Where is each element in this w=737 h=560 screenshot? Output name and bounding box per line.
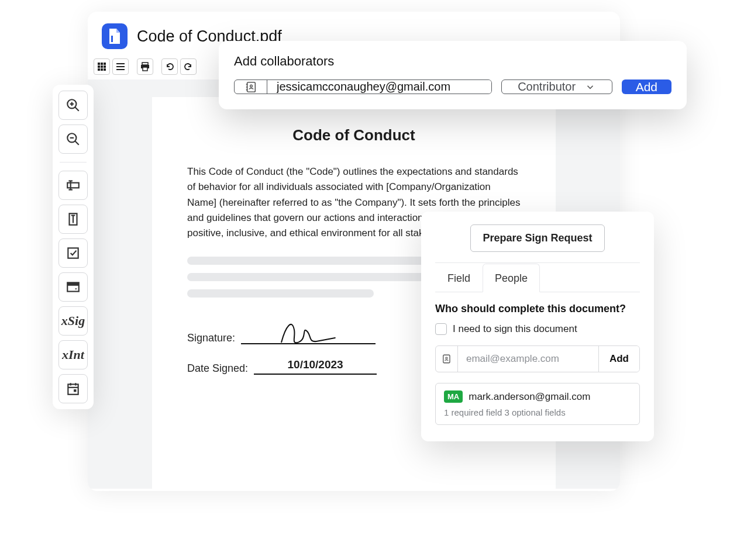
signature-tool-label: xSig <box>61 313 85 329</box>
print-button[interactable] <box>137 58 153 75</box>
signature-scribble-icon <box>276 315 340 348</box>
svg-rect-23 <box>67 183 79 188</box>
document-logo-icon <box>108 27 122 45</box>
svg-rect-6 <box>104 65 106 68</box>
address-book-icon <box>244 81 257 94</box>
checkbox-icon <box>66 246 81 261</box>
svg-rect-11 <box>116 66 125 67</box>
undo-button[interactable] <box>161 58 178 75</box>
redo-icon <box>184 62 193 71</box>
self-sign-row: I need to sign this document <box>435 323 640 335</box>
zoom-out-icon <box>66 132 81 147</box>
signature-tool[interactable]: xSig <box>58 306 88 336</box>
dropdown-tool[interactable] <box>58 272 88 302</box>
date-signed-label: Date Signed: <box>187 362 248 375</box>
text-field-icon <box>66 178 81 193</box>
outline-view-button[interactable] <box>112 58 129 75</box>
address-book-icon <box>441 354 452 364</box>
app-logo <box>102 23 128 49</box>
chevron-down-icon <box>585 82 595 92</box>
zoom-out-button[interactable] <box>58 125 88 154</box>
grid-icon <box>97 62 106 71</box>
checkbox-tool[interactable] <box>58 238 88 268</box>
svg-rect-30 <box>68 248 78 258</box>
signature-line[interactable] <box>241 321 376 344</box>
svg-rect-2 <box>101 63 103 65</box>
svg-rect-33 <box>68 384 78 394</box>
signer-fields-summary: 1 required field 3 optional fields <box>444 407 631 417</box>
redo-button[interactable] <box>180 58 197 75</box>
add-collaborators-popover: Add collaborators Contributor Add <box>219 41 687 109</box>
date-signed-value[interactable]: 10/10/2023 <box>254 358 377 375</box>
collaborator-input-group <box>234 79 492 94</box>
svg-rect-15 <box>143 67 147 71</box>
initials-tool[interactable]: xInt <box>58 340 88 369</box>
tab-field[interactable]: Field <box>435 264 483 292</box>
svg-point-42 <box>250 85 252 87</box>
who-should-complete-title: Who should complete this document? <box>435 303 640 315</box>
page-heading: Code of Conduct <box>187 126 521 144</box>
printer-icon <box>140 62 150 71</box>
zoom-in-icon <box>66 98 81 113</box>
svg-rect-37 <box>74 389 76 392</box>
placeholder-line <box>187 289 374 298</box>
undo-icon <box>165 62 174 71</box>
role-select-value: Contributor <box>518 80 576 94</box>
svg-rect-9 <box>104 68 106 71</box>
svg-rect-5 <box>101 65 103 68</box>
svg-rect-0 <box>111 36 113 42</box>
sign-panel-tabs: Field People <box>435 263 640 292</box>
palette-separator <box>60 162 87 163</box>
svg-line-17 <box>75 107 79 111</box>
svg-rect-13 <box>142 63 148 65</box>
dropdown-icon <box>66 279 81 295</box>
list-icon <box>116 62 125 71</box>
text-area-tool[interactable] <box>58 205 88 234</box>
svg-rect-4 <box>98 65 100 68</box>
signer-email-value: mark.anderson@gmail.com <box>469 391 590 403</box>
zoom-in-button[interactable] <box>58 91 88 120</box>
signer-initials-badge: MA <box>444 390 463 403</box>
signer-email-input-group: Add <box>435 345 640 372</box>
field-tool-palette: xSig xInt <box>53 85 94 409</box>
add-collaborator-button[interactable]: Add <box>622 79 671 94</box>
grid-view-button[interactable] <box>94 58 110 75</box>
add-collaborators-title: Add collaborators <box>234 54 671 69</box>
text-area-icon <box>66 212 81 227</box>
collaborator-role-select[interactable]: Contributor <box>501 79 612 94</box>
svg-rect-8 <box>101 68 103 71</box>
signer-contact-icon-box[interactable] <box>436 346 458 372</box>
svg-rect-7 <box>98 68 100 71</box>
signer-card[interactable]: MA mark.anderson@gmail.com 1 required fi… <box>435 383 640 425</box>
svg-rect-10 <box>116 63 125 64</box>
text-field-tool[interactable] <box>58 171 88 200</box>
signer-add-button[interactable]: Add <box>598 346 639 372</box>
contact-icon-box[interactable] <box>235 80 267 94</box>
calendar-icon <box>66 381 81 396</box>
svg-rect-12 <box>116 69 125 70</box>
tab-people[interactable]: People <box>483 264 540 292</box>
signer-email-input[interactable] <box>458 346 598 372</box>
sign-request-panel: Prepare Sign Request Field People Who sh… <box>421 212 654 441</box>
self-sign-checkbox[interactable] <box>435 323 447 335</box>
svg-rect-3 <box>104 63 106 65</box>
collaborator-email-input[interactable] <box>267 80 491 94</box>
svg-point-44 <box>446 357 447 359</box>
date-tool[interactable] <box>58 374 88 403</box>
prepare-sign-request-button[interactable]: Prepare Sign Request <box>470 224 604 252</box>
signature-label: Signature: <box>187 332 235 344</box>
svg-line-21 <box>75 141 79 145</box>
initials-tool-label: xInt <box>62 347 84 362</box>
self-sign-label: I need to sign this document <box>453 323 577 335</box>
svg-rect-32 <box>67 282 79 285</box>
svg-rect-1 <box>98 63 100 65</box>
